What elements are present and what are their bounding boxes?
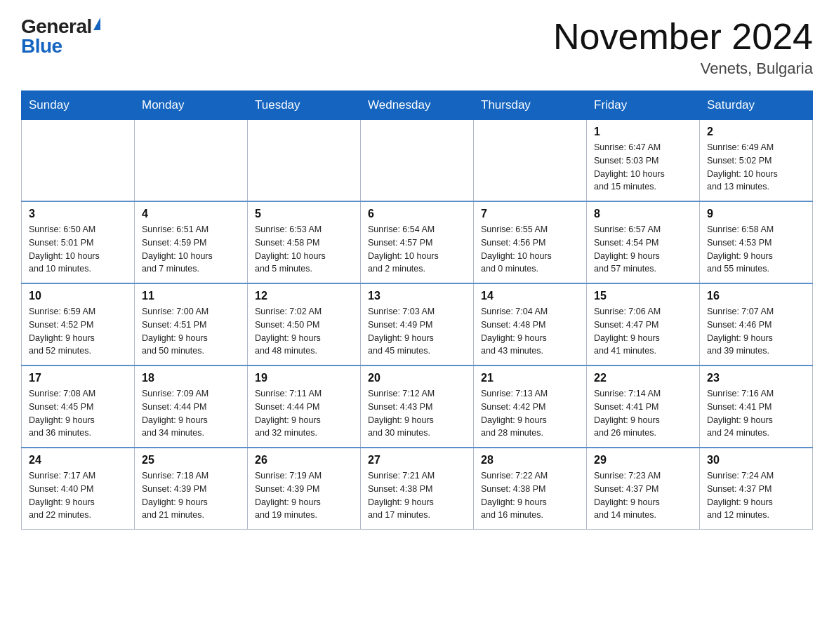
calendar-cell: 20Sunrise: 7:12 AMSunset: 4:43 PMDayligh… [361, 365, 474, 448]
day-info: Sunrise: 7:23 AMSunset: 4:37 PMDaylight:… [594, 469, 692, 522]
calendar-cell: 27Sunrise: 7:21 AMSunset: 4:38 PMDayligh… [361, 448, 474, 530]
calendar-cell: 24Sunrise: 7:17 AMSunset: 4:40 PMDayligh… [22, 448, 135, 530]
calendar-cell [248, 120, 361, 202]
day-info: Sunrise: 7:12 AMSunset: 4:43 PMDaylight:… [368, 387, 466, 440]
week-row-2: 3Sunrise: 6:50 AMSunset: 5:01 PMDaylight… [22, 201, 813, 283]
day-info: Sunrise: 7:19 AMSunset: 4:39 PMDaylight:… [255, 469, 353, 522]
weekday-header-wednesday: Wednesday [361, 91, 474, 120]
day-number: 25 [142, 454, 240, 467]
day-number: 10 [29, 290, 127, 302]
day-number: 21 [481, 372, 579, 384]
week-row-3: 10Sunrise: 6:59 AMSunset: 4:52 PMDayligh… [22, 283, 813, 365]
week-row-4: 17Sunrise: 7:08 AMSunset: 4:45 PMDayligh… [22, 365, 813, 448]
day-number: 24 [29, 454, 127, 467]
day-info: Sunrise: 7:06 AMSunset: 4:47 PMDaylight:… [594, 305, 692, 358]
calendar-cell: 16Sunrise: 7:07 AMSunset: 4:46 PMDayligh… [700, 283, 813, 365]
day-info: Sunrise: 6:59 AMSunset: 4:52 PMDaylight:… [29, 305, 127, 358]
day-info: Sunrise: 6:49 AMSunset: 5:02 PMDaylight:… [707, 141, 805, 194]
day-info: Sunrise: 6:54 AMSunset: 4:57 PMDaylight:… [368, 223, 466, 276]
day-number: 27 [368, 454, 466, 467]
day-number: 20 [368, 372, 466, 384]
calendar-cell: 30Sunrise: 7:24 AMSunset: 4:37 PMDayligh… [700, 448, 813, 530]
day-number: 26 [255, 454, 353, 467]
day-number: 13 [368, 290, 466, 302]
day-info: Sunrise: 6:55 AMSunset: 4:56 PMDaylight:… [481, 223, 579, 276]
day-info: Sunrise: 7:11 AMSunset: 4:44 PMDaylight:… [255, 387, 353, 440]
calendar-cell [22, 120, 135, 202]
day-info: Sunrise: 7:00 AMSunset: 4:51 PMDaylight:… [142, 305, 240, 358]
day-number: 9 [707, 208, 805, 220]
day-number: 5 [255, 208, 353, 220]
day-number: 15 [594, 290, 692, 302]
day-info: Sunrise: 7:21 AMSunset: 4:38 PMDaylight:… [368, 469, 466, 522]
logo-general-text: General [21, 17, 92, 36]
location: Venets, Bulgaria [553, 60, 813, 78]
day-number: 22 [594, 372, 692, 384]
day-info: Sunrise: 7:04 AMSunset: 4:48 PMDaylight:… [481, 305, 579, 358]
day-info: Sunrise: 7:13 AMSunset: 4:42 PMDaylight:… [481, 387, 579, 440]
calendar-table: SundayMondayTuesdayWednesdayThursdayFrid… [21, 90, 813, 530]
day-number: 6 [368, 208, 466, 220]
calendar-cell: 12Sunrise: 7:02 AMSunset: 4:50 PMDayligh… [248, 283, 361, 365]
calendar-cell: 22Sunrise: 7:14 AMSunset: 4:41 PMDayligh… [587, 365, 700, 448]
weekday-header-thursday: Thursday [474, 91, 587, 120]
calendar-cell: 6Sunrise: 6:54 AMSunset: 4:57 PMDaylight… [361, 201, 474, 283]
calendar-cell: 10Sunrise: 6:59 AMSunset: 4:52 PMDayligh… [22, 283, 135, 365]
calendar-cell: 26Sunrise: 7:19 AMSunset: 4:39 PMDayligh… [248, 448, 361, 530]
day-number: 3 [29, 208, 127, 220]
logo-blue-text: Blue [21, 36, 62, 56]
calendar-cell: 2Sunrise: 6:49 AMSunset: 5:02 PMDaylight… [700, 120, 813, 202]
day-number: 8 [594, 208, 692, 220]
calendar-cell: 5Sunrise: 6:53 AMSunset: 4:58 PMDaylight… [248, 201, 361, 283]
weekday-header-sunday: Sunday [22, 91, 135, 120]
title-section: November 2024 Venets, Bulgaria [553, 17, 813, 78]
day-number: 30 [707, 454, 805, 467]
day-number: 14 [481, 290, 579, 302]
day-number: 29 [594, 454, 692, 467]
day-info: Sunrise: 7:16 AMSunset: 4:41 PMDaylight:… [707, 387, 805, 440]
day-info: Sunrise: 6:50 AMSunset: 5:01 PMDaylight:… [29, 223, 127, 276]
weekday-header-saturday: Saturday [700, 91, 813, 120]
logo-triangle-icon [93, 18, 100, 30]
day-number: 17 [29, 372, 127, 384]
day-info: Sunrise: 7:08 AMSunset: 4:45 PMDaylight:… [29, 387, 127, 440]
weekday-header-tuesday: Tuesday [248, 91, 361, 120]
calendar-cell: 25Sunrise: 7:18 AMSunset: 4:39 PMDayligh… [135, 448, 248, 530]
day-info: Sunrise: 7:14 AMSunset: 4:41 PMDaylight:… [594, 387, 692, 440]
calendar-cell: 11Sunrise: 7:00 AMSunset: 4:51 PMDayligh… [135, 283, 248, 365]
day-info: Sunrise: 6:51 AMSunset: 4:59 PMDaylight:… [142, 223, 240, 276]
day-number: 2 [707, 126, 805, 138]
day-number: 11 [142, 290, 240, 302]
day-number: 16 [707, 290, 805, 302]
calendar-cell: 21Sunrise: 7:13 AMSunset: 4:42 PMDayligh… [474, 365, 587, 448]
week-row-1: 1Sunrise: 6:47 AMSunset: 5:03 PMDaylight… [22, 120, 813, 202]
day-info: Sunrise: 6:58 AMSunset: 4:53 PMDaylight:… [707, 223, 805, 276]
day-info: Sunrise: 7:22 AMSunset: 4:38 PMDaylight:… [481, 469, 579, 522]
calendar-cell: 13Sunrise: 7:03 AMSunset: 4:49 PMDayligh… [361, 283, 474, 365]
day-number: 7 [481, 208, 579, 220]
day-number: 23 [707, 372, 805, 384]
calendar-cell: 8Sunrise: 6:57 AMSunset: 4:54 PMDaylight… [587, 201, 700, 283]
day-info: Sunrise: 6:57 AMSunset: 4:54 PMDaylight:… [594, 223, 692, 276]
weekday-header-friday: Friday [587, 91, 700, 120]
page-header: General Blue November 2024 Venets, Bulga… [21, 17, 813, 78]
day-info: Sunrise: 7:18 AMSunset: 4:39 PMDaylight:… [142, 469, 240, 522]
logo: General Blue [21, 17, 100, 56]
day-info: Sunrise: 7:03 AMSunset: 4:49 PMDaylight:… [368, 305, 466, 358]
day-number: 12 [255, 290, 353, 302]
week-row-5: 24Sunrise: 7:17 AMSunset: 4:40 PMDayligh… [22, 448, 813, 530]
calendar-cell: 18Sunrise: 7:09 AMSunset: 4:44 PMDayligh… [135, 365, 248, 448]
calendar-cell [135, 120, 248, 202]
month-title: November 2024 [553, 17, 813, 57]
day-number: 1 [594, 126, 692, 138]
day-info: Sunrise: 7:17 AMSunset: 4:40 PMDaylight:… [29, 469, 127, 522]
calendar-cell: 4Sunrise: 6:51 AMSunset: 4:59 PMDaylight… [135, 201, 248, 283]
calendar-cell: 15Sunrise: 7:06 AMSunset: 4:47 PMDayligh… [587, 283, 700, 365]
calendar-cell: 17Sunrise: 7:08 AMSunset: 4:45 PMDayligh… [22, 365, 135, 448]
calendar-cell [474, 120, 587, 202]
weekday-header-monday: Monday [135, 91, 248, 120]
day-info: Sunrise: 6:53 AMSunset: 4:58 PMDaylight:… [255, 223, 353, 276]
day-info: Sunrise: 6:47 AMSunset: 5:03 PMDaylight:… [594, 141, 692, 194]
day-number: 19 [255, 372, 353, 384]
calendar-cell: 23Sunrise: 7:16 AMSunset: 4:41 PMDayligh… [700, 365, 813, 448]
